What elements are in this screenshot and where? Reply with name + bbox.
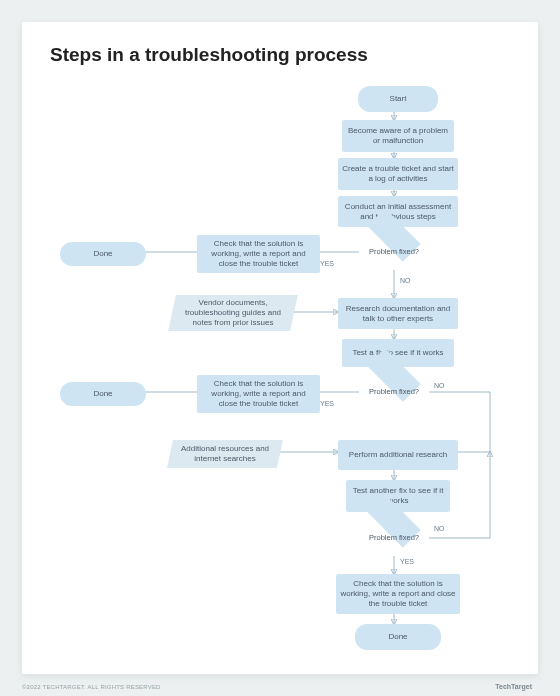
process-become-aware: Become aware of a problem or malfunction xyxy=(342,120,454,152)
decision-fixed-1: Problem fixed? xyxy=(359,234,429,270)
page-title: Steps in a troubleshooting process xyxy=(50,44,368,66)
branch-yes-3: YES xyxy=(400,558,414,565)
process-create-ticket: Create a trouble ticket and start a log … xyxy=(338,158,458,190)
branch-no-2: NO xyxy=(434,382,445,389)
terminal-done-3: Done xyxy=(355,624,441,650)
diagram-canvas: Steps in a troubleshooting process xyxy=(0,0,560,696)
input-vendor-docs: Vendor documents, troubleshooting guides… xyxy=(168,295,298,331)
input-additional-resources: Additional resources and internet search… xyxy=(167,440,283,468)
terminal-done-1: Done xyxy=(60,242,146,266)
process-check-solution-3: Check that the solution is working, writ… xyxy=(336,574,460,614)
footer-copyright: ©2022 TECHTARGET. ALL RIGHTS RESERVED xyxy=(22,684,161,690)
flow-connectors xyxy=(22,22,538,674)
diagram-card: Steps in a troubleshooting process xyxy=(22,22,538,674)
terminal-done-2: Done xyxy=(60,382,146,406)
decision-fixed-2: Problem fixed? xyxy=(359,374,429,410)
process-check-solution-2: Check that the solution is working, writ… xyxy=(197,375,320,413)
process-research-docs: Research documentation and talk to other… xyxy=(338,298,458,329)
footer-brand: TechTarget xyxy=(495,683,532,690)
branch-no-3: NO xyxy=(434,525,445,532)
branch-yes-2: YES xyxy=(320,400,334,407)
decision-fixed-3: Problem fixed? xyxy=(359,520,429,556)
branch-no-1: NO xyxy=(400,277,411,284)
branch-yes-1: YES xyxy=(320,260,334,267)
process-check-solution-1: Check that the solution is working, writ… xyxy=(197,235,320,273)
terminal-start: Start xyxy=(358,86,438,112)
process-additional-research: Perform additional research xyxy=(338,440,458,470)
